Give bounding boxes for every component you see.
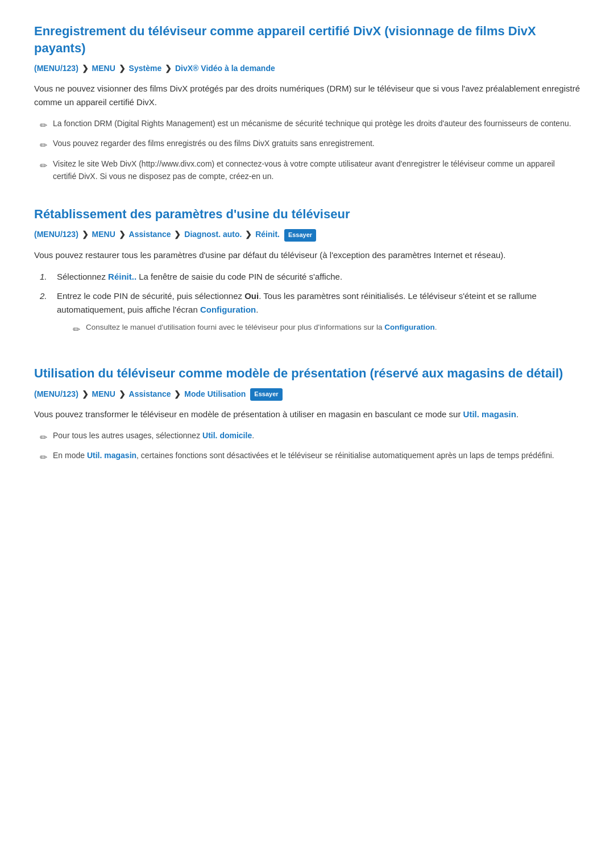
reinit-link: Réinit..	[108, 272, 136, 281]
section-factory-reset: Rétablissement des paramètres d'usine du…	[34, 206, 580, 342]
config-link-sub: Configuration	[384, 323, 434, 331]
list-item: 2. Entrez le code PIN de sécurité, puis …	[40, 289, 580, 343]
section-title-store-mode: Utilisation du téléviseur comme modèle d…	[34, 365, 580, 382]
section-title-factory-reset: Rétablissement des paramètres d'usine du…	[34, 206, 580, 223]
bullet-icon: ✏	[40, 138, 47, 153]
section-store-mode: Utilisation du téléviseur comme modèle d…	[34, 365, 580, 465]
list-item: ✏ Pour tous les autres usages, sélection…	[40, 429, 580, 445]
list-item: ✏ Vous pouvez regarder des films enregis…	[40, 137, 580, 153]
badge-essayer: Essayer	[284, 229, 316, 242]
list-item: 1. Sélectionnez Réinit.. La fenêtre de s…	[40, 270, 580, 284]
bullet-icon: ✏	[40, 118, 47, 133]
section-divx-registration: Enregistrement du téléviseur comme appar…	[34, 23, 580, 183]
step-number: 1.	[40, 270, 50, 284]
section-title-divx: Enregistrement du téléviseur comme appar…	[34, 23, 580, 56]
breadcrumb-mode-utilisation: Mode Utilisation	[184, 389, 246, 398]
util-magasin-link: Util. magasin	[463, 409, 516, 419]
list-item: ✏ Visitez le site Web DivX (http://www.d…	[40, 157, 580, 183]
badge-essayer-store: Essayer	[250, 388, 282, 401]
breadcrumb-menu: MENU	[92, 389, 115, 398]
breadcrumb-assistance: Assistance	[129, 230, 171, 239]
breadcrumb-store-mode: (MENU/123) ❯ MENU ❯ Assistance ❯ Mode Ut…	[34, 388, 580, 401]
breadcrumb-factory-reset: (MENU/123) ❯ MENU ❯ Assistance ❯ Diagnos…	[34, 228, 580, 241]
oui-link: Oui	[244, 291, 259, 301]
divx-intro: Vous ne pouvez visionner des films DivX …	[34, 82, 580, 109]
breadcrumb-prefix: (MENU/123)	[34, 64, 78, 73]
breadcrumb-assistance: Assistance	[129, 389, 171, 398]
divx-bullet-list: ✏ La fonction DRM (Digital Rights Manage…	[40, 117, 580, 183]
factory-reset-steps: 1. Sélectionnez Réinit.. La fenêtre de s…	[40, 270, 580, 343]
list-item: ✏ En mode Util. magasin, certaines fonct…	[40, 449, 580, 465]
breadcrumb-prefix: (MENU/123)	[34, 230, 78, 239]
breadcrumb-menu: MENU	[92, 64, 115, 73]
breadcrumb-reinit: Réinit.	[255, 230, 280, 239]
step-number: 2.	[40, 289, 50, 303]
breadcrumb-systeme: Système	[129, 64, 162, 73]
breadcrumb-prefix: (MENU/123)	[34, 389, 78, 398]
list-item: ✏ La fonction DRM (Digital Rights Manage…	[40, 117, 580, 133]
breadcrumb-menu: MENU	[92, 230, 115, 239]
bullet-icon: ✏	[40, 450, 47, 465]
store-mode-intro: Vous pouvez transformer le téléviseur en…	[34, 408, 580, 421]
breadcrumb-divx: (MENU/123) ❯ MENU ❯ Système ❯ DivX® Vidé…	[34, 62, 580, 74]
sub-bullet-list: ✏ Consultez le manuel d'utilisation four…	[73, 321, 580, 337]
util-magasin-link-2: Util. magasin	[87, 451, 136, 460]
bullet-icon: ✏	[40, 430, 47, 445]
list-item: ✏ Consultez le manuel d'utilisation four…	[73, 321, 580, 337]
breadcrumb-diagnost: Diagnost. auto.	[184, 230, 242, 239]
breadcrumb-divx-vod: DivX® Vidéo à la demande	[175, 64, 275, 73]
store-mode-bullet-list: ✏ Pour tous les autres usages, sélection…	[40, 429, 580, 465]
bullet-icon: ✏	[73, 322, 80, 337]
util-domicile-link: Util. domicile	[202, 431, 252, 440]
bullet-icon: ✏	[40, 159, 47, 173]
factory-reset-intro: Vous pouvez restaurer tous les paramètre…	[34, 248, 580, 262]
config-link: Configuration	[200, 305, 256, 314]
